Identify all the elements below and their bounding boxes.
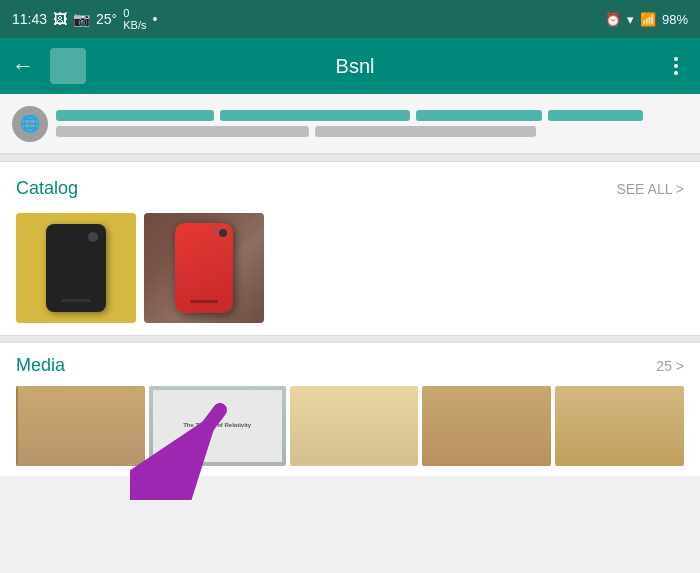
catalog-section: Catalog SEE ALL > bbox=[0, 162, 700, 335]
catalog-title: Catalog bbox=[16, 178, 78, 199]
section-divider-2 bbox=[0, 335, 700, 343]
status-right: ⏰ ▾ 📶 98% bbox=[605, 12, 688, 27]
wifi-icon: ▾ bbox=[627, 12, 634, 27]
blur-block bbox=[56, 110, 214, 121]
media-thumb-3[interactable] bbox=[290, 386, 419, 466]
chat-avatar: 🌐 bbox=[12, 106, 48, 142]
media-thumbnails-row: The Theory of Relativity bbox=[16, 386, 684, 466]
status-left: 11:43 🖼 📷 25° 0KB/s • bbox=[12, 7, 157, 31]
data-speed-display: 0KB/s bbox=[123, 7, 146, 31]
more-options-button[interactable] bbox=[664, 54, 688, 78]
status-bar: 11:43 🖼 📷 25° 0KB/s • ⏰ ▾ 📶 98% bbox=[0, 0, 700, 38]
globe-icon: 🌐 bbox=[20, 114, 40, 133]
phone-home-button bbox=[61, 299, 91, 302]
book-title-text: The Theory of Relativity bbox=[183, 422, 251, 429]
phone-home-button-red bbox=[190, 300, 218, 303]
time-display: 11:43 bbox=[12, 11, 47, 27]
temperature-display: 25° bbox=[96, 11, 117, 27]
media-thumb-5[interactable] bbox=[555, 386, 684, 466]
section-divider bbox=[0, 154, 700, 162]
media-count-button[interactable]: 25 > bbox=[656, 358, 684, 374]
alarm-icon: ⏰ bbox=[605, 12, 621, 27]
contact-avatar bbox=[50, 48, 86, 84]
see-all-button[interactable]: SEE ALL > bbox=[616, 181, 684, 197]
book-cover-5 bbox=[555, 386, 684, 466]
blur-block bbox=[416, 110, 542, 121]
image-icon: 🖼 bbox=[53, 11, 67, 27]
book-cover-3 bbox=[290, 386, 419, 466]
app-bar: ← Bsnl bbox=[0, 38, 700, 94]
chat-preview-row: 🌐 bbox=[0, 94, 700, 154]
media-section: Media 25 > The Theory of Relativity bbox=[0, 343, 700, 476]
media-title: Media bbox=[16, 355, 65, 376]
phone-camera-red bbox=[219, 229, 227, 237]
book-cover-2: The Theory of Relativity bbox=[153, 390, 282, 462]
media-thumb-2[interactable]: The Theory of Relativity bbox=[149, 386, 286, 466]
camera-icon: 📷 bbox=[73, 11, 90, 27]
phone-dark-body bbox=[46, 224, 106, 312]
back-button[interactable]: ← bbox=[12, 53, 34, 79]
signal-icon: 📶 bbox=[640, 12, 656, 27]
blur-block bbox=[315, 126, 536, 137]
book-cover-1 bbox=[16, 386, 145, 466]
catalog-image-red bbox=[144, 213, 264, 323]
media-thumb-1[interactable] bbox=[16, 386, 145, 466]
dot-indicator: • bbox=[152, 11, 157, 27]
blur-block bbox=[548, 110, 643, 121]
blur-block bbox=[56, 126, 309, 137]
battery-display: 98% bbox=[662, 12, 688, 27]
blur-block bbox=[220, 110, 410, 121]
chat-content-blocks bbox=[56, 110, 688, 137]
app-bar-title: Bsnl bbox=[102, 55, 608, 78]
phone-red-body bbox=[175, 223, 233, 313]
catalog-images-row bbox=[16, 213, 684, 323]
catalog-item-2[interactable] bbox=[144, 213, 264, 323]
book-cover-4 bbox=[422, 386, 551, 466]
catalog-image-yellow bbox=[16, 213, 136, 323]
catalog-header: Catalog SEE ALL > bbox=[16, 178, 684, 199]
catalog-item-1[interactable] bbox=[16, 213, 136, 323]
phone-flash bbox=[213, 229, 217, 233]
phone-camera bbox=[88, 232, 98, 242]
media-header: Media 25 > bbox=[16, 355, 684, 376]
media-thumb-4[interactable] bbox=[422, 386, 551, 466]
